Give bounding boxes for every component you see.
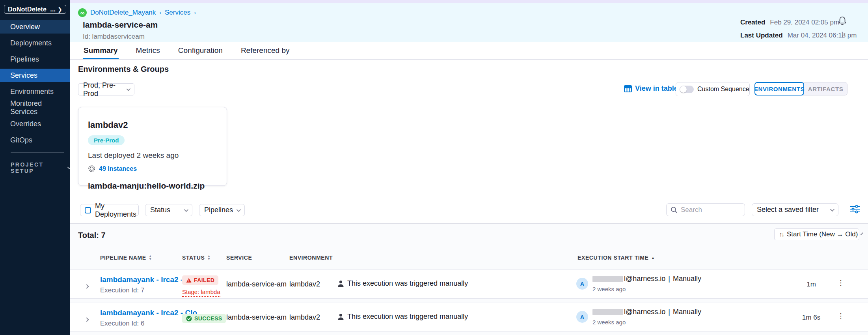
- project-setup-toggle[interactable]: PROJECT SETUP: [11, 161, 70, 174]
- sidebar-item-deployments[interactable]: Deployments: [0, 36, 70, 50]
- failed-stage-link[interactable]: Stage: lambda: [182, 288, 220, 297]
- column-pipeline-name[interactable]: PIPELINE NAME ▲▼: [100, 255, 152, 261]
- environments-artifacts-segmented: ENVIRONMENTS ARTIFACTS: [754, 82, 848, 95]
- sort-icon: ▲▼: [149, 255, 153, 260]
- tab-bar: Summary Metrics Configuration Referenced…: [70, 42, 868, 60]
- user-email: l@harness.io: [624, 275, 665, 283]
- row-menu-icon[interactable]: [837, 280, 844, 286]
- status-filter-label: Status: [150, 206, 170, 214]
- search-input[interactable]: [681, 206, 736, 214]
- custom-sequence-label: Custom Sequence: [697, 86, 749, 93]
- last-updated-label: Last Updated: [740, 32, 783, 39]
- user-email: l@harness.io: [624, 308, 665, 316]
- user-icon: [337, 313, 344, 320]
- environment-name: lambdav2: [88, 120, 217, 130]
- breadcrumb-project-link[interactable]: DoNotDelete_Mayank: [90, 9, 156, 17]
- my-deployments-checkbox[interactable]: [85, 207, 91, 213]
- avatar: A: [576, 311, 588, 323]
- filter-sliders-icon[interactable]: [850, 205, 860, 213]
- breadcrumb-separator: ›: [159, 9, 161, 16]
- my-deployments-label: My Deployments: [95, 202, 136, 219]
- tab-metrics[interactable]: Metrics: [135, 42, 161, 59]
- row-menu-icon[interactable]: [837, 313, 844, 319]
- created-label: Created: [740, 19, 765, 26]
- trigger-note: This execution was triggered manually: [347, 279, 468, 288]
- saved-filter-dropdown[interactable]: Select a saved filter: [752, 203, 838, 216]
- total-count: Total: 7: [78, 231, 106, 240]
- separator: |: [668, 308, 670, 316]
- created-value: Feb 29, 2024 02:05 pm: [770, 19, 839, 26]
- service-id: Id: lambdaserviceam: [83, 33, 145, 41]
- tab-referenced-by[interactable]: Referenced by: [240, 42, 291, 59]
- custom-sequence-control: Custom Sequence: [676, 82, 750, 96]
- service-cell: lambda-service-am: [226, 280, 287, 288]
- user-icon: [337, 280, 344, 287]
- environment-cell: lambdav2: [289, 313, 320, 322]
- sort-ascending-icon: ▲: [651, 256, 656, 260]
- sidebar-item-gitops[interactable]: GitOps: [0, 133, 70, 147]
- column-status[interactable]: STATUS ▲▼: [182, 255, 211, 261]
- notification-bell-icon[interactable]: [838, 16, 847, 26]
- trigger-note: This execution was triggered manually: [347, 313, 468, 321]
- row-expand-chevron[interactable]: [85, 315, 88, 323]
- last-deployed-text: Last deployed 2 weeks ago: [88, 151, 217, 160]
- redacted-username: [592, 276, 623, 282]
- execution-row[interactable]: lambdamayank - Irca2 - Clo... Execution …: [70, 269, 868, 299]
- environment-type-badge: Pre-Prod: [88, 135, 125, 145]
- cd-module-icon: ∞: [78, 8, 87, 17]
- column-execution-start-time[interactable]: EXECUTION START TIME ▲: [577, 255, 655, 261]
- environment-card[interactable]: lambdav2 Pre-Prod Last deployed 2 weeks …: [78, 107, 227, 186]
- custom-sequence-toggle[interactable]: [680, 86, 694, 93]
- sort-label: Start Time (New → Old): [787, 230, 858, 238]
- environment-cell: lambdav2: [289, 280, 320, 288]
- pipelines-filter-label: Pipelines: [204, 206, 233, 214]
- executions-list-panel: Total: 7 Start Time (New → Old) PIPELINE…: [70, 223, 868, 335]
- sidebar-divider: [11, 152, 64, 153]
- sidebar-item-overrides[interactable]: Overrides: [0, 117, 70, 131]
- view-in-table-label: View in table: [635, 84, 678, 93]
- table-icon: [624, 85, 632, 92]
- sidebar: DoNotDelete_... ❯ Overview Deployments P…: [0, 0, 70, 335]
- check-circle-icon: [186, 316, 192, 322]
- sidebar-item-monitored-services[interactable]: Monitored Services: [0, 101, 70, 114]
- search-box: [666, 203, 745, 216]
- chevron-down-icon: [861, 232, 863, 235]
- sidebar-item-services[interactable]: Services: [0, 69, 70, 82]
- header-more-options-icon[interactable]: [838, 32, 846, 37]
- sidebar-item-pipelines[interactable]: Pipelines: [0, 52, 70, 66]
- sidebar-item-environments[interactable]: Environments: [0, 85, 70, 98]
- search-icon: [671, 206, 678, 213]
- tab-summary[interactable]: Summary: [83, 42, 119, 59]
- my-deployments-filter[interactable]: My Deployments: [80, 204, 139, 216]
- status-badge-failed: FAILED: [182, 275, 218, 285]
- trigger-type: Manually: [673, 275, 701, 283]
- column-environment: ENVIRONMENT: [289, 255, 333, 261]
- project-selector[interactable]: DoNotDelete_... ❯: [4, 5, 66, 14]
- execution-row[interactable]: lambdamayank - Irca2 - Clo... Execution …: [70, 303, 868, 332]
- sort-icon: ▲▼: [207, 255, 211, 260]
- pipelines-filter-dropdown[interactable]: Pipelines: [199, 204, 245, 216]
- breadcrumb: ∞ DoNotDelete_Mayank › Services ›: [78, 8, 196, 17]
- environment-filter-dropdown[interactable]: Prod, Pre-Prod: [78, 83, 134, 95]
- status-filter-dropdown[interactable]: Status: [145, 204, 192, 216]
- instances-link[interactable]: 49 Instances: [99, 165, 137, 172]
- sidebar-item-overview[interactable]: Overview: [0, 20, 70, 34]
- page-header: ∞ DoNotDelete_Mayank › Services › lambda…: [70, 3, 868, 42]
- sort-dropdown[interactable]: Start Time (New → Old): [774, 228, 859, 240]
- sidebar-nav: Overview Deployments Pipelines Services …: [0, 20, 70, 147]
- page-title: lambda-service-am: [83, 20, 158, 30]
- sort-arrows-icon: [779, 230, 784, 238]
- table-header: PIPELINE NAME ▲▼ STATUS ▲▼ SERVICE ENVIR…: [70, 255, 868, 263]
- environments-toggle-button[interactable]: ENVIRONMENTS: [754, 82, 804, 95]
- row-expand-chevron[interactable]: [85, 282, 88, 290]
- view-in-table-link[interactable]: View in table: [624, 84, 678, 93]
- breadcrumb-services-link[interactable]: Services: [165, 9, 190, 17]
- environment-filter-value: Prod, Pre-Prod: [83, 81, 127, 98]
- tab-configuration[interactable]: Configuration: [177, 42, 224, 59]
- time-ago: 2 weeks ago: [592, 286, 701, 292]
- project-selector-label: DoNotDelete_...: [8, 6, 56, 13]
- artifacts-toggle-button[interactable]: ARTIFACTS: [803, 82, 848, 95]
- column-service: SERVICE: [226, 255, 252, 261]
- chevron-down-icon: [184, 207, 188, 211]
- chevron-down-icon: [126, 87, 130, 91]
